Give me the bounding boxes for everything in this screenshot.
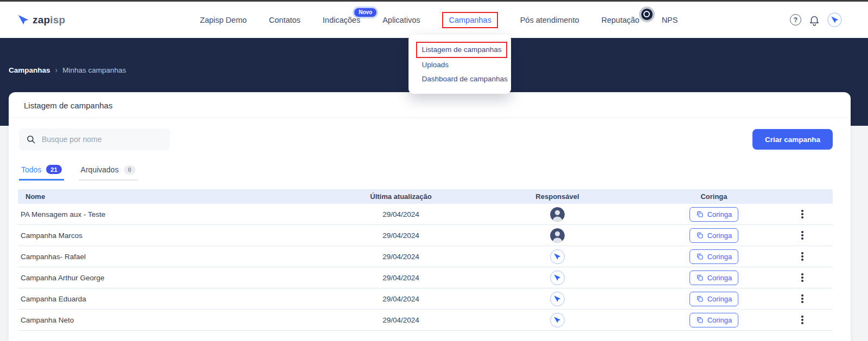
row-updated: 29/04/2024: [382, 316, 419, 324]
logo-text: zapisp: [33, 14, 65, 26]
avatar: [550, 249, 565, 264]
coringa-button[interactable]: Coringa: [690, 313, 739, 327]
table-row[interactable]: PA Mensagem aux - Teste 29/04/2024 Corin…: [18, 204, 833, 225]
coringa-button-label: Coringa: [707, 253, 732, 261]
target-badge-icon: [641, 9, 653, 20]
row-updated: 29/04/2024: [382, 274, 419, 282]
nav-item-nps[interactable]: NPS: [662, 16, 678, 24]
breadcrumb-campanhas[interactable]: Campanhas: [9, 66, 50, 74]
coringa-button-label: Coringa: [707, 316, 732, 324]
row-name: Campanha Marcos: [18, 231, 331, 240]
main-nav: Zapisp Demo Contatos IndicaçõesNovo Apli…: [99, 12, 779, 28]
nav-item-label: Indicações: [323, 16, 360, 24]
row-menu-kebab-icon[interactable]: [798, 270, 807, 285]
row-name: Campanha Arthur George: [18, 274, 331, 282]
app-window: zapisp Zapisp Demo Contatos IndicaçõesNo…: [0, 0, 868, 341]
row-updated: 29/04/2024: [382, 295, 419, 303]
chevron-right-icon: ›: [55, 66, 58, 74]
copy-icon: [696, 231, 704, 239]
row-name: Campanha Neto: [18, 316, 331, 324]
col-header-nome: Nome: [18, 192, 331, 201]
nav-item-zapisp-demo[interactable]: Zapisp Demo: [200, 16, 247, 24]
annotation-box-campanhas: Campanhas: [442, 12, 497, 28]
row-menu-kebab-icon[interactable]: [798, 249, 807, 264]
copy-icon: [696, 210, 704, 218]
col-header-responsavel: Responsável: [535, 192, 579, 201]
user-avatar[interactable]: [827, 12, 842, 27]
copy-icon: [696, 253, 704, 260]
col-header-coringa: Coringa: [700, 192, 727, 201]
menu-item-dashboard-de-campanhas[interactable]: Dashboard de campanhas: [422, 72, 511, 86]
campanhas-dropdown-menu: Listagem de campanhas Uploads Dashboard …: [409, 35, 511, 94]
row-menu-kebab-icon[interactable]: [798, 291, 807, 306]
tab-todos[interactable]: Todos 21: [19, 165, 64, 181]
row-name: Campanhas- Rafael: [18, 253, 331, 261]
menu-item-uploads[interactable]: Uploads: [422, 58, 511, 72]
nav-item-reputacao[interactable]: Reputação: [601, 16, 639, 24]
paper-plane-avatar-icon: [553, 316, 561, 324]
top-navbar: zapisp Zapisp Demo Contatos IndicaçõesNo…: [0, 2, 868, 38]
avatar: [550, 207, 565, 222]
help-icon[interactable]: ?: [790, 14, 801, 25]
breadcrumb-current: Minhas campanhas: [62, 66, 126, 74]
nav-item-campanhas[interactable]: Campanhas Listagem de campanhas Uploads …: [442, 12, 497, 28]
avatar: [550, 313, 565, 327]
nav-item-indicacoes[interactable]: IndicaçõesNovo: [323, 16, 360, 24]
bell-icon[interactable]: [808, 14, 820, 26]
coringa-button-label: Coringa: [707, 210, 732, 218]
tabs: Todos 21 Arquivados 0: [19, 165, 851, 181]
row-menu-kebab-icon[interactable]: [798, 312, 807, 327]
menu-item-listagem-de-campanhas[interactable]: Listagem de campanhas: [416, 42, 507, 58]
tab-arquivados[interactable]: Arquivados 0: [79, 165, 138, 181]
table-row[interactable]: Campanha Marcos 29/04/2024 Coringa: [18, 225, 833, 246]
table-row[interactable]: Campanhas- Rafael 29/04/2024 Coringa: [18, 246, 833, 267]
avatar: [550, 228, 565, 243]
nav-item-aplicativos[interactable]: Aplicativos: [382, 16, 420, 24]
search-box[interactable]: [19, 128, 170, 150]
coringa-button[interactable]: Coringa: [690, 292, 739, 306]
row-menu-kebab-icon[interactable]: [798, 207, 807, 222]
row-updated: 29/04/2024: [382, 253, 419, 261]
coringa-button[interactable]: Coringa: [690, 228, 739, 243]
paper-plane-avatar-icon: [553, 295, 561, 303]
count-badge: 21: [46, 165, 61, 174]
avatar: [550, 271, 565, 285]
paper-plane-avatar-icon: [553, 253, 561, 260]
coringa-button[interactable]: Coringa: [690, 271, 739, 285]
table-header-row: Nome Última atualização Responsável Cori…: [18, 189, 833, 204]
person-avatar-icon: [550, 207, 565, 222]
campaigns-table: Nome Última atualização Responsável Cori…: [18, 189, 833, 331]
coringa-button[interactable]: Coringa: [690, 249, 739, 264]
coringa-button-label: Coringa: [707, 295, 732, 303]
table-row[interactable]: Campanha Arthur George 29/04/2024 Coring…: [18, 267, 833, 288]
copy-icon: [696, 316, 704, 324]
paper-plane-avatar-icon: [553, 274, 561, 281]
copy-icon: [696, 274, 704, 281]
coringa-button[interactable]: Coringa: [690, 207, 739, 222]
table-row[interactable]: Campanha Eduarda 29/04/2024 Coringa: [18, 288, 833, 310]
row-name: Campanha Eduarda: [18, 295, 331, 303]
novo-badge: Novo: [354, 8, 376, 17]
card-header: Listagem de campanhas: [9, 92, 851, 118]
row-menu-kebab-icon[interactable]: [798, 228, 807, 243]
nav-item-pos-atendimento[interactable]: Pós atendimento: [520, 16, 579, 24]
breadcrumb: Campanhas › Minhas campanhas: [9, 66, 126, 74]
page-title: Listagem de campanhas: [24, 101, 835, 110]
nav-item-label: Campanhas: [449, 16, 491, 24]
nav-item-label: Reputação: [601, 16, 639, 24]
nav-item-contatos[interactable]: Contatos: [269, 16, 301, 24]
coringa-button-label: Coringa: [707, 274, 732, 282]
paper-plane-icon: [17, 14, 29, 25]
row-name: PA Mensagem aux - Teste: [18, 210, 331, 218]
app-logo[interactable]: zapisp: [17, 14, 99, 26]
toolbar: Criar campanha: [9, 118, 851, 150]
tab-label: Todos: [21, 165, 41, 174]
table-row[interactable]: Campanha Neto 29/04/2024 Coringa: [18, 310, 833, 331]
copy-icon: [696, 295, 704, 303]
create-campaign-button[interactable]: Criar campanha: [752, 129, 833, 150]
person-avatar-icon: [550, 228, 565, 243]
col-header-ultima-atualizacao: Última atualização: [370, 192, 431, 201]
search-input[interactable]: [42, 135, 163, 144]
paper-plane-icon: [831, 16, 839, 24]
row-updated: 29/04/2024: [382, 210, 419, 218]
